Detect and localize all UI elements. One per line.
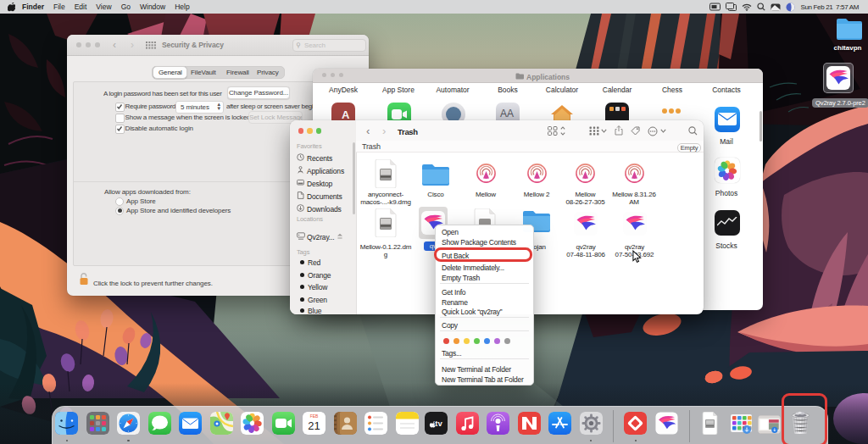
svg-text:tv: tv <box>435 419 442 428</box>
svg-text:21: 21 <box>308 419 320 432</box>
svg-text:FEB: FEB <box>310 413 319 419</box>
